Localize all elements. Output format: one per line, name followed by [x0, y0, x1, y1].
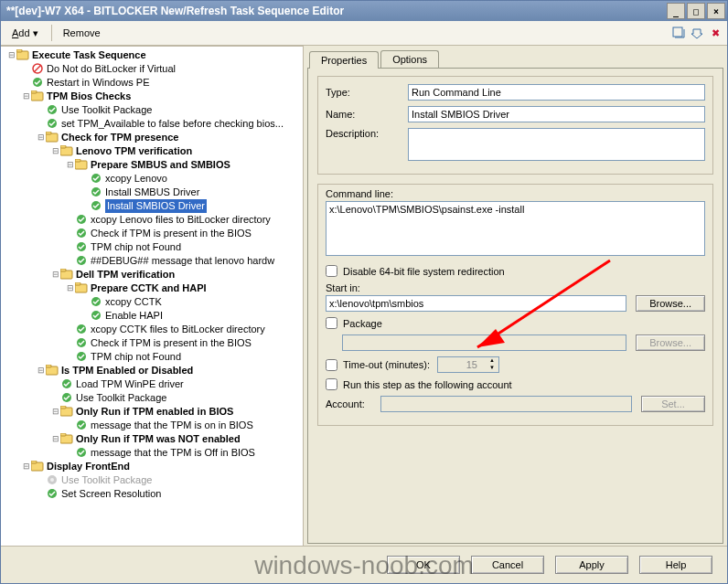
- tree-group[interactable]: ⊟Check for TPM presence: [3, 131, 301, 144]
- help-button[interactable]: Help: [639, 556, 712, 574]
- tree-group[interactable]: ⊟Prepare SMBUS and SMBIOS: [3, 158, 301, 172]
- tree-label: Install SMBUS Driver: [105, 186, 199, 199]
- step-success-icon: [46, 117, 59, 131]
- tree-group[interactable]: ⊟Only Run if TPM was NOT enabled: [3, 432, 301, 446]
- tree-group[interactable]: ⊟Is TPM Enabled or Disabled: [3, 364, 301, 377]
- tree-step[interactable]: Set Screen Resolution: [3, 487, 301, 501]
- tree-twisty-icon[interactable]: ⊟: [36, 364, 46, 377]
- tree-twisty-icon[interactable]: ⊟: [50, 268, 60, 281]
- tree-label: Dell TPM verification: [76, 268, 175, 281]
- tree-step[interactable]: Do Not do BitLocker if Virtual: [3, 62, 301, 76]
- tree-label: xcopy Lenovo: [105, 172, 167, 186]
- tree-step[interactable]: Enable HAPI: [3, 309, 301, 323]
- type-label: Type:: [326, 87, 408, 98]
- tree-twisty-icon[interactable]: ⊟: [50, 432, 60, 446]
- description-field[interactable]: [408, 128, 705, 161]
- cancel-button[interactable]: Cancel: [471, 556, 544, 574]
- step-success-icon: [75, 227, 88, 240]
- tree-step[interactable]: xcopy CCTK files to BitLocker directory: [3, 323, 301, 336]
- tree-step[interactable]: xcopy CCTK: [3, 295, 301, 309]
- tree-twisty-icon[interactable]: ⊟: [21, 460, 31, 473]
- timeout-checkbox[interactable]: [326, 359, 337, 371]
- tree-step[interactable]: Check if TPM is present in the BIOS: [3, 336, 301, 350]
- tree-group[interactable]: ⊟Display FrontEnd: [3, 460, 301, 473]
- tree-step[interactable]: Check if TPM is present in the BIOS: [3, 227, 301, 240]
- tree-label: Execute Task Sequence: [32, 48, 146, 62]
- folder-icon: [75, 158, 88, 172]
- close-button[interactable]: ×: [707, 3, 725, 19]
- disable-64bit-checkbox[interactable]: [326, 265, 337, 277]
- add-menu[interactable]: Add ▾: [5, 26, 46, 41]
- tab-options[interactable]: Options: [380, 50, 439, 68]
- tree-step[interactable]: message that the TPM is Off in BIOS: [3, 446, 301, 460]
- tree-twisty-icon[interactable]: ⊟: [50, 405, 60, 419]
- startin-field[interactable]: [326, 295, 626, 312]
- tree-step[interactable]: message that the TPM is on in BIOS: [3, 419, 301, 432]
- startin-browse-button[interactable]: Browse...: [636, 295, 705, 312]
- maximize-button[interactable]: □: [687, 3, 705, 19]
- task-sequence-tree[interactable]: ⊟Execute Task SequenceDo Not do BitLocke…: [1, 46, 304, 546]
- tree-group[interactable]: ⊟Prepare CCTK and HAPI: [3, 281, 301, 295]
- disabled-step-icon: [46, 473, 59, 487]
- tree-group[interactable]: ⊟Lenovo TPM verification: [3, 144, 301, 158]
- tree-step[interactable]: TPM chip not Found: [3, 240, 301, 254]
- package-browse-button: Browse...: [636, 334, 705, 351]
- tree-twisty-icon[interactable]: ⊟: [65, 281, 75, 295]
- tree-step[interactable]: set TPM_Available to false before checki…: [3, 117, 301, 131]
- tree-group[interactable]: ⊟Dell TPM verification: [3, 268, 301, 281]
- step-success-icon: [75, 240, 88, 254]
- tree-twisty-icon[interactable]: ⊟: [50, 144, 60, 158]
- tree-step[interactable]: TPM chip not Found: [3, 350, 301, 364]
- tree-step[interactable]: Restart in Windows PE: [3, 76, 301, 90]
- account-set-button: Set...: [641, 396, 705, 412]
- tree-twisty-icon[interactable]: ⊟: [6, 48, 16, 62]
- ok-button[interactable]: OK: [387, 556, 460, 574]
- tree-twisty-icon[interactable]: ⊟: [21, 90, 31, 103]
- tree-label: Set Screen Resolution: [61, 487, 161, 501]
- folder-icon: [31, 460, 44, 473]
- step-success-icon: [46, 103, 59, 117]
- tree-twisty-icon[interactable]: ⊟: [65, 158, 75, 172]
- delete-icon[interactable]: ✖: [707, 25, 723, 41]
- package-field: [342, 334, 626, 351]
- account-field: [380, 396, 632, 412]
- tree-label: TPM chip not Found: [91, 350, 181, 364]
- tree-group[interactable]: ⊟TPM Bios Checks: [3, 90, 301, 103]
- tree-step[interactable]: Use Toolkit Package: [3, 473, 301, 487]
- svg-rect-28: [75, 282, 80, 285]
- step-success-icon: [75, 254, 88, 268]
- tree-step[interactable]: xcopy Lenovo files to BitLocker director…: [3, 213, 301, 227]
- tree-step[interactable]: Load TPM WinPE driver: [3, 377, 301, 391]
- svg-rect-45: [31, 461, 37, 463]
- folder-icon: [31, 90, 44, 103]
- minimize-button[interactable]: _: [667, 3, 685, 19]
- tree-step[interactable]: Use Toolkit Package: [3, 391, 301, 405]
- tree-label: ##DEBUG## message that lenovo hardw: [91, 254, 274, 268]
- tree-label: Lenovo TPM verification: [76, 144, 192, 158]
- tab-properties[interactable]: Properties: [309, 51, 379, 69]
- tree-label: xcopy CCTK: [105, 295, 162, 309]
- tree-group[interactable]: ⊟Only Run if TPM enabled in BIOS: [3, 405, 301, 419]
- tree-step[interactable]: Install SMBIOS Driver: [3, 199, 301, 213]
- tree-label: Only Run if TPM enabled in BIOS: [76, 405, 233, 419]
- tree-label: TPM Bios Checks: [47, 90, 131, 103]
- tree-step[interactable]: ##DEBUG## message that lenovo hardw: [3, 254, 301, 268]
- new-group-icon[interactable]: [670, 25, 687, 41]
- tree-step[interactable]: Install SMBUS Driver: [3, 186, 301, 199]
- tree-step[interactable]: xcopy Lenovo: [3, 172, 301, 186]
- remove-menu[interactable]: Remove: [56, 26, 108, 40]
- tree-step[interactable]: Use Toolkit Package: [3, 103, 301, 117]
- name-field[interactable]: [408, 106, 705, 122]
- runas-checkbox[interactable]: [326, 378, 337, 390]
- tree-group[interactable]: ⊟Execute Task Sequence: [3, 48, 301, 62]
- step-success-icon: [75, 336, 88, 350]
- commandline-field[interactable]: [326, 201, 705, 256]
- apply-button[interactable]: Apply: [555, 556, 628, 574]
- move-down-icon[interactable]: [689, 25, 705, 41]
- tree-twisty-icon[interactable]: ⊟: [36, 131, 46, 144]
- tree-label: message that the TPM is Off in BIOS: [91, 446, 255, 460]
- folder-icon: [60, 144, 73, 158]
- tree-label: Load TPM WinPE driver: [76, 377, 184, 391]
- folder-icon: [16, 48, 29, 62]
- package-checkbox[interactable]: [326, 317, 337, 329]
